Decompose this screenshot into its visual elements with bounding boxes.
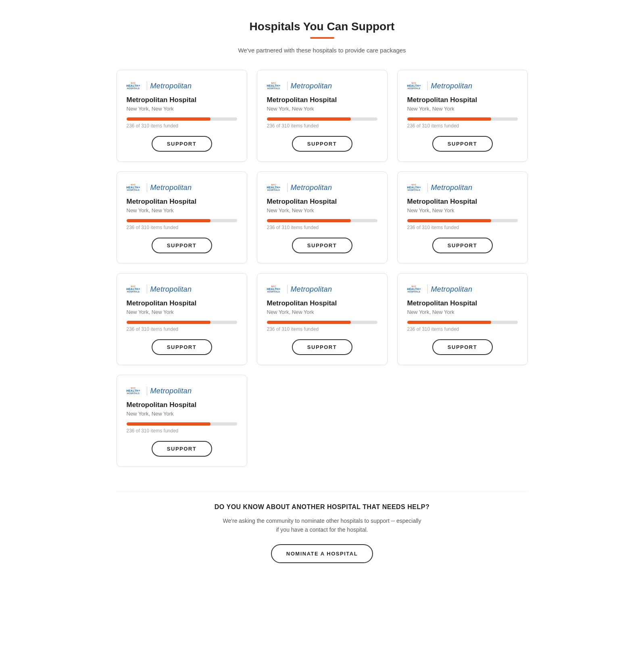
hospital-location: New York, New York	[267, 309, 377, 315]
bottom-section: DO YOU KNOW ABOUT ANOTHER HOSPITAL THAT …	[117, 491, 528, 571]
progress-bar-fill	[267, 219, 351, 222]
progress-bar-fill	[407, 117, 491, 121]
support-button[interactable]: SUPPORT	[152, 339, 212, 355]
support-button[interactable]: SUPPORT	[152, 441, 212, 457]
support-button[interactable]: SUPPORT	[432, 136, 493, 152]
progress-bar-container	[127, 219, 237, 222]
funded-text: 236 of 310 items funded	[127, 123, 237, 129]
title-underline-decoration	[310, 37, 334, 39]
bottom-description: We're asking the community to nominate o…	[221, 516, 423, 535]
support-button[interactable]: SUPPORT	[292, 339, 352, 355]
nyh-logo: NYC HEALTH+ HOSPITALS	[127, 387, 140, 395]
logo-hospitals-text: HOSPITALS	[127, 88, 140, 90]
logo-divider	[427, 285, 428, 294]
progress-bar-container	[267, 321, 377, 324]
progress-bar-container	[407, 117, 518, 121]
support-button[interactable]: SUPPORT	[432, 339, 493, 355]
progress-bar-container	[127, 321, 237, 324]
funded-text: 236 of 310 items funded	[407, 123, 518, 129]
hospital-name: Metropolitan Hospital	[407, 198, 518, 206]
support-button[interactable]: SUPPORT	[292, 136, 352, 152]
hospital-name: Metropolitan Hospital	[127, 401, 237, 409]
progress-bar-container	[407, 219, 518, 222]
hospital-card: NYC HEALTH+ HOSPITALS Metropolitan Metro…	[257, 273, 388, 365]
logo-hospitals-text: HOSPITALS	[267, 88, 280, 90]
card-logo: NYC HEALTH+ HOSPITALS Metropolitan	[407, 285, 518, 294]
support-button[interactable]: SUPPORT	[152, 136, 212, 152]
hospital-location: New York, New York	[127, 207, 237, 213]
funded-text: 236 of 310 items funded	[407, 326, 518, 332]
funded-text: 236 of 310 items funded	[267, 123, 377, 129]
logo-brand-name: Metropolitan	[431, 285, 473, 294]
card-logo: NYC HEALTH+ HOSPITALS Metropolitan	[407, 183, 518, 192]
funded-text: 236 of 310 items funded	[267, 326, 377, 332]
logo-divider	[427, 183, 428, 192]
card-logo: NYC HEALTH+ HOSPITALS Metropolitan	[127, 386, 237, 395]
logo-divider	[147, 183, 147, 192]
hospital-location: New York, New York	[407, 309, 518, 315]
progress-bar-fill	[407, 219, 491, 222]
nyh-logo: NYC HEALTH+ HOSPITALS	[407, 184, 421, 191]
card-logo: NYC HEALTH+ HOSPITALS Metropolitan	[127, 285, 237, 294]
progress-bar-container	[267, 117, 377, 121]
nyh-logo: NYC HEALTH+ HOSPITALS	[267, 184, 281, 191]
nyh-logo: NYC HEALTH+ HOSPITALS	[267, 82, 281, 90]
support-button[interactable]: SUPPORT	[432, 238, 493, 253]
hospital-name: Metropolitan Hospital	[127, 96, 237, 104]
nyh-logo: NYC HEALTH+ HOSPITALS	[407, 82, 421, 90]
bottom-title: DO YOU KNOW ABOUT ANOTHER HOSPITAL THAT …	[117, 503, 528, 511]
hospital-name: Metropolitan Hospital	[127, 198, 237, 206]
card-logo: NYC HEALTH+ HOSPITALS Metropolitan	[407, 81, 518, 90]
hospital-cards-grid: NYC HEALTH+ HOSPITALS Metropolitan Metro…	[117, 70, 528, 467]
hospital-card: NYC HEALTH+ HOSPITALS Metropolitan Metro…	[257, 70, 388, 162]
logo-brand-name: Metropolitan	[150, 387, 192, 395]
hospital-location: New York, New York	[407, 207, 518, 213]
logo-hospitals-text: HOSPITALS	[127, 291, 140, 293]
logo-hospitals-text: HOSPITALS	[127, 393, 140, 395]
card-logo: NYC HEALTH+ HOSPITALS Metropolitan	[127, 81, 237, 90]
logo-hospitals-text: HOSPITALS	[267, 189, 280, 191]
funded-text: 236 of 310 items funded	[127, 428, 237, 434]
card-logo: NYC HEALTH+ HOSPITALS Metropolitan	[267, 81, 377, 90]
progress-bar-fill	[267, 117, 351, 121]
hospital-name: Metropolitan Hospital	[267, 299, 377, 307]
logo-hospitals-text: HOSPITALS	[408, 189, 420, 191]
funded-text: 236 of 310 items funded	[127, 326, 237, 332]
nominate-hospital-button[interactable]: NOMINATE A HOSPITAL	[271, 544, 373, 563]
logo-brand-name: Metropolitan	[150, 82, 192, 90]
logo-hospitals-text: HOSPITALS	[408, 88, 420, 90]
progress-bar-fill	[127, 321, 210, 324]
card-logo: NYC HEALTH+ HOSPITALS Metropolitan	[127, 183, 237, 192]
logo-divider	[287, 183, 288, 192]
page-container: Hospitals You Can Support We've partnere…	[100, 0, 544, 603]
funded-text: 236 of 310 items funded	[407, 225, 518, 230]
logo-divider	[147, 81, 147, 90]
support-button[interactable]: SUPPORT	[292, 238, 352, 253]
logo-hospitals-text: HOSPITALS	[127, 189, 140, 191]
support-button[interactable]: SUPPORT	[152, 238, 212, 253]
hospital-name: Metropolitan Hospital	[267, 198, 377, 206]
logo-divider	[287, 81, 288, 90]
card-logo: NYC HEALTH+ HOSPITALS Metropolitan	[267, 183, 377, 192]
page-title: Hospitals You Can Support	[117, 20, 528, 33]
progress-bar-fill	[407, 321, 491, 324]
hospital-card: NYC HEALTH+ HOSPITALS Metropolitan Metro…	[117, 273, 247, 365]
hospital-name: Metropolitan Hospital	[127, 299, 237, 307]
progress-bar-container	[407, 321, 518, 324]
progress-bar-fill	[267, 321, 351, 324]
logo-hospitals-text: HOSPITALS	[408, 291, 420, 293]
hospital-location: New York, New York	[127, 106, 237, 112]
hospital-location: New York, New York	[267, 207, 377, 213]
progress-bar-fill	[127, 422, 210, 426]
logo-brand-name: Metropolitan	[150, 285, 192, 294]
logo-hospitals-text: HOSPITALS	[267, 291, 280, 293]
hospital-card: NYC HEALTH+ HOSPITALS Metropolitan Metro…	[117, 171, 247, 263]
funded-text: 236 of 310 items funded	[267, 225, 377, 230]
hospital-card: NYC HEALTH+ HOSPITALS Metropolitan Metro…	[117, 70, 247, 162]
card-logo: NYC HEALTH+ HOSPITALS Metropolitan	[267, 285, 377, 294]
nyh-logo: NYC HEALTH+ HOSPITALS	[127, 286, 140, 293]
hospital-name: Metropolitan Hospital	[407, 96, 518, 104]
hospital-location: New York, New York	[127, 309, 237, 315]
hospital-card: NYC HEALTH+ HOSPITALS Metropolitan Metro…	[397, 273, 528, 365]
hospital-location: New York, New York	[267, 106, 377, 112]
